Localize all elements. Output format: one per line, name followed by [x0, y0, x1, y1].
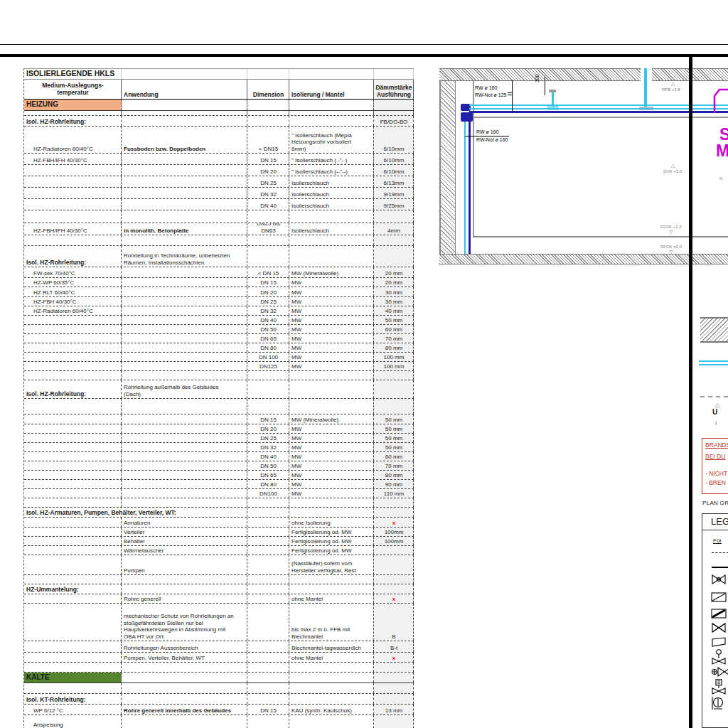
table-row: DN 40Isolierschlauch9/25mm: [24, 199, 414, 210]
table-cell: [24, 399, 122, 414]
table-cell: [374, 694, 414, 704]
table-cell: [289, 694, 374, 704]
level-a-triangle-icon: △: [671, 81, 675, 86]
table-row: HEIZUNG: [24, 100, 414, 111]
table-cell: [122, 371, 247, 380]
table-row: DN 40MW50 mm: [24, 316, 414, 325]
table-cell: B: [374, 604, 414, 641]
table-cell: [247, 508, 289, 517]
table-cell: [24, 537, 122, 545]
table-cell: MW: [289, 316, 374, 324]
table-cell: 20 mm: [374, 267, 414, 277]
table-cell: [122, 498, 247, 507]
table-cell: x: [374, 594, 414, 603]
table-cell: ISOLIERLEGENDE HKLS: [24, 69, 122, 79]
table-cell: Isolierschlauch: [289, 199, 374, 210]
table-row: [24, 210, 414, 223]
table-cell: [374, 584, 414, 594]
table-cell: 100 mm: [374, 362, 414, 370]
table-cell: DN 65: [247, 334, 289, 343]
table-cell: [122, 362, 247, 370]
table-row: HZ-FBH 40/30°CDN 25MW30 mm: [24, 297, 414, 306]
table-cell: DN 32: [247, 443, 289, 451]
table-row: DN 50MW60 mm: [24, 325, 414, 334]
table-row: mechanischer Schutz von Rohrleitungen an…: [24, 604, 414, 641]
table-cell: [122, 334, 247, 343]
fire-note-line-2: BEI DU: [705, 453, 725, 460]
table-cell: [289, 210, 374, 223]
table-cell: [247, 100, 289, 110]
flap-icon: [711, 637, 728, 650]
table-row: DN 80MW90 mm: [24, 480, 414, 489]
table-row: DN 32MW50 mm: [24, 443, 414, 452]
table-cell: DN 100: [247, 353, 289, 361]
table-cell: FW-sek 70/40°C: [24, 267, 122, 277]
table-cell: [289, 663, 374, 672]
marker-triangle-icon: △: [715, 402, 719, 408]
table-cell: x: [374, 518, 414, 527]
table-row: WP 6/12 °CRohre generell innerhalb des G…: [24, 705, 414, 715]
table-row: DN 15MW (Mineralwolle)50 mm: [24, 414, 414, 424]
legend-cyan-line-1: [699, 360, 728, 362]
table-cell: [289, 575, 374, 584]
legend-wall-swatch: [700, 317, 728, 343]
table-cell: HZ-FBH 40/30°C: [24, 297, 122, 306]
table-cell: 100mm: [374, 528, 414, 536]
table-cell: [122, 188, 247, 198]
table-cell: 70 mm: [374, 334, 414, 343]
legend-fuer-label: Für: [713, 537, 722, 544]
legend-title: LEGENDE: [711, 516, 728, 527]
table-cell: MW: [289, 471, 374, 479]
table-cell: WP 6/12 °C: [24, 705, 122, 714]
table-cell: [247, 399, 289, 414]
table-cell: 50 mm: [374, 443, 414, 451]
table-cell: 100mm: [374, 537, 414, 545]
table-cell: Behälter: [122, 537, 247, 545]
table-cell: mechanischer Schutz von Rohrleitungen an…: [122, 604, 247, 641]
fire-note-line-4: - BREN: [705, 479, 726, 486]
table-cell: DN 25: [247, 176, 289, 187]
table-cell: [289, 100, 374, 110]
table-cell: [122, 287, 247, 296]
table-cell: [24, 434, 122, 442]
table-cell: MW: [289, 278, 374, 287]
table-cell: Rohre generell: [122, 594, 247, 603]
table-cell: [24, 480, 122, 488]
table-cell: Anspeisung Klimakälteverteiler 16/18°C: [24, 715, 122, 728]
table-cell: [374, 575, 414, 584]
table-cell: DN 20: [247, 165, 289, 176]
table-cell: [247, 673, 289, 682]
table-cell: [122, 278, 247, 287]
table-cell: [289, 116, 374, 126]
table-row: DN100MW110 mm: [24, 489, 414, 498]
legend-dashed-line: [700, 396, 728, 397]
plan-sheet: ISOLIERLEGENDE HKLSMedium-Auslegungs- te…: [0, 0, 728, 728]
table-cell: Anwendung: [122, 80, 247, 99]
table-cell: 13 mm: [374, 705, 414, 714]
table-cell: [122, 575, 247, 584]
table-cell: [122, 584, 247, 594]
table-cell: [24, 461, 122, 470]
table-row: Rohrleitungen AussenbereichBlechmantel-t…: [24, 641, 414, 653]
table-cell: 50 mm: [374, 414, 414, 424]
top-rule-thin: [0, 44, 728, 45]
table-row: KÄLTE: [24, 673, 414, 683]
table-row: DN 80MW80 mm: [24, 343, 414, 353]
table-row: HZ-Ummantelung:: [24, 584, 414, 594]
table-cell: Medium-Auslegungs- temperatur: [24, 80, 122, 99]
table-cell: Fertigisolierung od. MW: [289, 528, 374, 536]
table-cell: [374, 673, 414, 682]
drop-pipe-fitting: [547, 105, 559, 110]
table-row: Armaturenohne Isolierungx: [24, 518, 414, 528]
table-cell: MW: [289, 424, 374, 433]
table-cell: [24, 518, 122, 527]
table-cell: [247, 546, 289, 555]
table-cell: [24, 663, 122, 672]
table-cell: [122, 452, 247, 461]
svg-text:B: B: [717, 680, 720, 685]
table-cell: KÄLTE: [24, 673, 122, 682]
table-cell: [289, 111, 374, 115]
table-cell: DN100: [247, 489, 289, 498]
table-cell: [247, 694, 289, 704]
table-cell: HZ-Radiatoren 60/40°C: [24, 306, 122, 315]
